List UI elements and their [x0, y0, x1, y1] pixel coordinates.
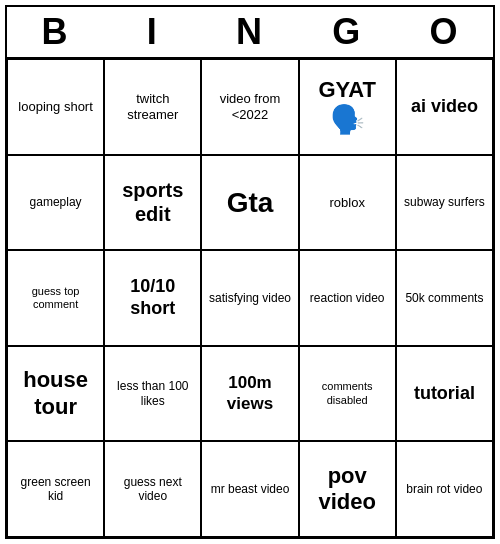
- cell-5: ai video: [396, 59, 493, 155]
- cell-11: guess top comment: [7, 250, 104, 346]
- cell-23: mr beast video: [201, 441, 298, 537]
- cell-9: roblox: [299, 155, 396, 251]
- cell-17: less than 100 likes: [104, 346, 201, 442]
- cell-16: house tour: [7, 346, 104, 442]
- cell-12: 10/10 short: [104, 250, 201, 346]
- bingo-card: B I N G O looping short twitch streamer …: [5, 5, 495, 539]
- cell-20: tutorial: [396, 346, 493, 442]
- header-b: B: [7, 11, 104, 53]
- bingo-header: B I N G O: [5, 5, 495, 57]
- cell-1: looping short: [7, 59, 104, 155]
- cell-2: twitch streamer: [104, 59, 201, 155]
- cell-14: reaction video: [299, 250, 396, 346]
- header-n: N: [201, 11, 298, 53]
- gyat-text: GYAT: [318, 77, 375, 103]
- cell-25: brain rot video: [396, 441, 493, 537]
- cell-3: video from <2022: [201, 59, 298, 155]
- cell-13: satisfying video: [201, 250, 298, 346]
- cell-10: subway surfers: [396, 155, 493, 251]
- header-g: G: [299, 11, 396, 53]
- cell-6: gameplay: [7, 155, 104, 251]
- header-o: O: [396, 11, 493, 53]
- cell-22: guess next video: [104, 441, 201, 537]
- cell-24: pov video: [299, 441, 396, 537]
- cell-15: 50k comments: [396, 250, 493, 346]
- bingo-grid: looping short twitch streamer video from…: [5, 57, 495, 539]
- cell-18: 100m views: [201, 346, 298, 442]
- cell-21: green screen kid: [7, 441, 104, 537]
- cell-19: comments disabled: [299, 346, 396, 442]
- header-i: I: [104, 11, 201, 53]
- cell-7: sports edit: [104, 155, 201, 251]
- cell-8: Gta: [201, 155, 298, 251]
- cell-4: GYAT 🗣️: [299, 59, 396, 155]
- head-icon: 🗣️: [330, 103, 365, 137]
